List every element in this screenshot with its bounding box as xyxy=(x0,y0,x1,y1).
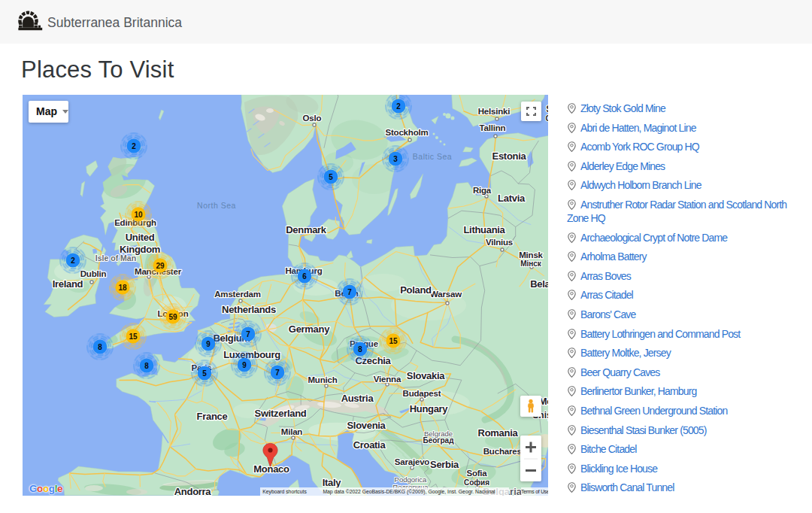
svg-text:Munich: Munich xyxy=(308,375,337,384)
svg-text:Andorra: Andorra xyxy=(174,486,212,496)
svg-text:Austria: Austria xyxy=(341,393,374,404)
svg-text:9: 9 xyxy=(242,361,247,369)
svg-text:Poland: Poland xyxy=(400,284,432,296)
svg-text:Denmark: Denmark xyxy=(286,224,327,235)
svg-text:8: 8 xyxy=(144,362,149,370)
svg-text:Croatia: Croatia xyxy=(353,439,386,451)
svg-text:Amsterdam: Amsterdam xyxy=(214,290,260,299)
svg-text:Hungary: Hungary xyxy=(410,403,449,414)
svg-text:2: 2 xyxy=(71,256,75,265)
svg-text:2: 2 xyxy=(396,102,401,111)
svg-text:Romania: Romania xyxy=(478,427,519,439)
svg-text:2: 2 xyxy=(132,142,136,150)
svg-text:North Sea: North Sea xyxy=(197,201,236,210)
svg-text:7: 7 xyxy=(347,288,352,296)
svg-text:Lithuania: Lithuania xyxy=(463,224,505,235)
svg-text:5: 5 xyxy=(329,173,333,181)
svg-text:Ireland: Ireland xyxy=(53,278,83,290)
svg-text:Dublin: Dublin xyxy=(80,269,107,278)
svg-text:Saint: Saint xyxy=(546,104,548,114)
svg-text:Minsk: Minsk xyxy=(519,250,543,260)
svg-text:Bucharest: Bucharest xyxy=(483,447,525,456)
svg-text:United: United xyxy=(126,232,155,243)
svg-text:Riga: Riga xyxy=(473,186,492,195)
svg-text:Stockholm: Stockholm xyxy=(386,128,429,137)
svg-text:Italy: Italy xyxy=(323,477,342,488)
svg-text:Belgrade: Belgrade xyxy=(424,430,453,438)
svg-text:Budapest: Budapest xyxy=(403,389,441,398)
svg-text:Germany: Germany xyxy=(289,323,330,335)
svg-text:Vienna: Vienna xyxy=(374,375,401,384)
svg-text:3: 3 xyxy=(393,155,398,163)
svg-text:7: 7 xyxy=(246,330,250,338)
svg-text:Estonia: Estonia xyxy=(492,150,527,162)
svg-text:8: 8 xyxy=(358,345,362,354)
svg-text:7: 7 xyxy=(275,369,280,377)
svg-text:Tallinn: Tallinn xyxy=(480,123,506,132)
svg-text:Monaco: Monaco xyxy=(253,463,289,475)
svg-text:Switzerland: Switzerland xyxy=(255,408,307,419)
svg-text:France: France xyxy=(197,411,228,422)
svg-text:18: 18 xyxy=(118,284,127,292)
svg-text:Serbia: Serbia xyxy=(430,459,459,470)
svg-text:Netherlands: Netherlands xyxy=(222,304,276,315)
svg-text:Milan: Milan xyxy=(281,427,303,436)
svg-text:9: 9 xyxy=(206,340,211,348)
svg-text:Slovakia: Slovakia xyxy=(407,370,445,381)
svg-text:Belarus: Belarus xyxy=(530,278,548,290)
svg-text:59: 59 xyxy=(168,313,177,321)
svg-text:Vilnius: Vilnius xyxy=(486,238,513,247)
svg-text:Sofia: Sofia xyxy=(466,469,487,478)
svg-text:Санкт: Санкт xyxy=(546,114,548,123)
svg-text:5: 5 xyxy=(202,369,207,378)
svg-text:Oslo: Oslo xyxy=(303,114,322,123)
svg-text:Slovenia: Slovenia xyxy=(347,420,386,431)
svg-text:Helsinki: Helsinki xyxy=(478,107,511,116)
svg-text:15: 15 xyxy=(129,332,138,341)
svg-text:Warsaw: Warsaw xyxy=(430,290,462,299)
svg-text:Latvia: Latvia xyxy=(498,193,526,204)
svg-text:Baltic Sea: Baltic Sea xyxy=(413,152,452,161)
svg-text:Sarajevo: Sarajevo xyxy=(395,457,430,466)
svg-text:Мінск: Мінск xyxy=(520,260,542,268)
svg-text:10: 10 xyxy=(134,211,143,219)
svg-text:Kingdom: Kingdom xyxy=(120,244,160,255)
svg-text:15: 15 xyxy=(389,337,398,345)
svg-text:29: 29 xyxy=(156,262,165,270)
svg-text:8: 8 xyxy=(98,343,102,351)
svg-text:6: 6 xyxy=(302,272,307,281)
